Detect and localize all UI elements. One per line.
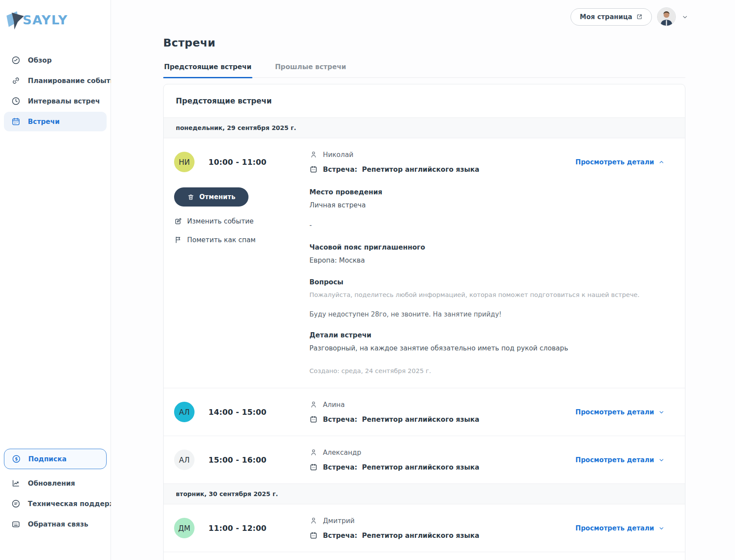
meeting-time: 10:00 - 11:00 — [208, 158, 309, 167]
sidebar-item-label: Обзор — [28, 57, 52, 64]
meeting-row: НИ 12:00 - 13:00 Николай Встреча: Репети… — [164, 552, 685, 560]
svg-text:$: $ — [15, 457, 18, 461]
sidebar-item-label: Обратная связь — [28, 520, 88, 528]
view-details-label: Просмотреть детали — [575, 524, 654, 532]
meeting-time: 11:00 - 12:00 — [208, 524, 309, 533]
mark-spam-label: Пометить как спам — [187, 236, 256, 244]
calendar-icon — [11, 117, 20, 126]
meeting-row: АЛ 14:00 - 15:00 Алина Встреча: Репетито… — [164, 388, 685, 436]
meeting-details-text: Разговорный, на каждое занятие обязатель… — [309, 343, 665, 353]
location-value: Личная встреча — [309, 200, 665, 210]
cancel-button[interactable]: Отменить — [174, 187, 248, 207]
meeting-event: Встреча: Репетитор английского языка — [323, 532, 480, 540]
meeting-details-panel: Отменить Изменить событие Пометить как с… — [174, 187, 665, 376]
meeting-row: НИ 10:00 - 11:00 Николай Встреча: Репети… — [164, 138, 685, 388]
person-icon — [309, 448, 318, 457]
sidebar-item-label: Планирование событий — [28, 77, 120, 85]
link-icon — [11, 76, 20, 85]
sidebar-item-label: Подписка — [28, 455, 67, 463]
sidebar-item-feedback[interactable]: Обратная связь — [4, 514, 107, 534]
mark-spam-link[interactable]: Пометить как спам — [174, 236, 256, 244]
location-note: - — [309, 220, 665, 230]
sidebar-item-meetings[interactable]: Встречи — [4, 112, 107, 131]
person-icon — [309, 400, 318, 409]
meeting-details-label: Детали встречи — [309, 331, 665, 339]
invitee-name: Николай — [323, 151, 353, 159]
avatar-initials: АЛ — [174, 450, 195, 470]
feedback-icon — [11, 520, 20, 529]
clock-icon — [11, 97, 20, 106]
questions-label: Вопросы — [309, 278, 665, 286]
sidebar-item-label: Встречи — [28, 118, 60, 126]
meeting-details-content: Место проведения Личная встреча - Часово… — [309, 187, 665, 376]
meeting-actions: Отменить Изменить событие Пометить как с… — [174, 187, 309, 376]
external-link-icon — [636, 13, 643, 20]
sidebar-bottom-nav: $ Подписка Обновления Техническая поддер… — [0, 448, 111, 535]
edit-event-link[interactable]: Изменить событие — [174, 217, 254, 225]
meeting-time: 14:00 - 15:00 — [208, 408, 309, 417]
user-menu-chevron-icon[interactable] — [681, 13, 689, 21]
meeting-row-summary: НИ 10:00 - 11:00 Николай Встреча: Репети… — [174, 150, 665, 173]
invitee-name: Александр — [323, 449, 361, 457]
calendar-icon — [309, 165, 318, 173]
sidebar-item-label: Интервалы встреч — [28, 97, 100, 105]
sidebar-item-updates[interactable]: Обновления — [4, 473, 107, 493]
sidebar-item-support[interactable]: Техническая поддержка — [4, 494, 107, 513]
answer-text: Буду недоступен 28го, не звоните. На зан… — [309, 310, 665, 318]
brand-name: SAYLY — [23, 13, 68, 27]
avatar-initials: АЛ — [174, 402, 195, 422]
date-header: вторник, 30 сентября 2025 г. — [164, 484, 685, 504]
invitee-name: Дмитрий — [323, 517, 355, 525]
chevron-down-icon — [658, 457, 665, 463]
content: Встречи Предстоящие встречи Прошлые встр… — [111, 0, 735, 560]
view-details-link[interactable]: Просмотреть детали — [575, 158, 665, 166]
edit-icon — [174, 217, 182, 225]
view-details-link[interactable]: Просмотреть детали — [575, 408, 665, 416]
sidebar-item-meeting-intervals[interactable]: Интервалы встреч — [4, 91, 107, 111]
user-avatar[interactable] — [657, 7, 676, 26]
topbar: Моя страница — [571, 7, 689, 26]
my-page-button[interactable]: Моя страница — [571, 8, 652, 26]
sidebar-item-overview[interactable]: Обзор — [4, 50, 107, 70]
view-details-label: Просмотреть детали — [575, 456, 654, 464]
view-details-link[interactable]: Просмотреть детали — [575, 456, 665, 464]
flag-icon — [174, 236, 182, 244]
edit-event-label: Изменить событие — [187, 217, 254, 225]
calendar-icon — [309, 531, 318, 540]
sidebar: SAYLY Обзор Планирование событий Интерва… — [0, 0, 111, 560]
view-details-link[interactable]: Просмотреть детали — [575, 524, 665, 532]
invitee-name: Алина — [323, 401, 345, 409]
view-details-label: Просмотреть детали — [575, 408, 654, 416]
calendar-icon — [309, 415, 318, 423]
brand-logo[interactable]: SAYLY — [0, 10, 111, 30]
avatar-initials: НИ — [174, 152, 195, 172]
main-area: Моя страница Встречи Предстоящие встречи… — [111, 0, 735, 560]
calendar-icon — [309, 463, 318, 471]
created-text: Создано: среда, 24 сентября 2025 г. — [309, 367, 665, 376]
meeting-event: Встреча: Репетитор английского языка — [323, 463, 480, 471]
tab-upcoming-meetings[interactable]: Предстоящие встречи — [163, 63, 252, 77]
meeting-row: АЛ 15:00 - 16:00 Александр Встреча: Репе… — [164, 436, 685, 484]
meeting-event: Встреча: Репетитор английского языка — [323, 166, 480, 173]
date-header: понедельник, 29 сентября 2025 г. — [164, 118, 685, 138]
support-icon — [11, 499, 20, 508]
chevron-down-icon — [658, 525, 665, 532]
location-label: Место проведения — [309, 188, 665, 196]
person-icon — [309, 517, 318, 525]
tab-past-meetings[interactable]: Прошлые встречи — [274, 63, 347, 77]
upcoming-meetings-card: Предстоящие встречи понедельник, 29 сент… — [163, 84, 685, 560]
chevron-down-icon — [658, 409, 665, 416]
sidebar-nav: Обзор Планирование событий Интервалы вст… — [0, 50, 111, 132]
chevron-up-icon — [658, 159, 665, 166]
tabs: Предстоящие встречи Прошлые встречи — [163, 63, 685, 78]
sidebar-item-subscription[interactable]: $ Подписка — [4, 449, 107, 469]
meeting-time: 15:00 - 16:00 — [208, 456, 309, 464]
app-root: SAYLY Обзор Планирование событий Интерва… — [0, 0, 735, 560]
my-page-label: Моя страница — [580, 13, 632, 21]
user-avatar-photo — [658, 8, 675, 26]
timezone-label: Часовой пояс приглашенного — [309, 243, 665, 251]
dollar-icon: $ — [12, 454, 21, 463]
cancel-button-label: Отменить — [199, 193, 235, 201]
sidebar-item-event-planning[interactable]: Планирование событий — [4, 71, 107, 90]
timezone-value: Европа: Москва — [309, 256, 665, 265]
